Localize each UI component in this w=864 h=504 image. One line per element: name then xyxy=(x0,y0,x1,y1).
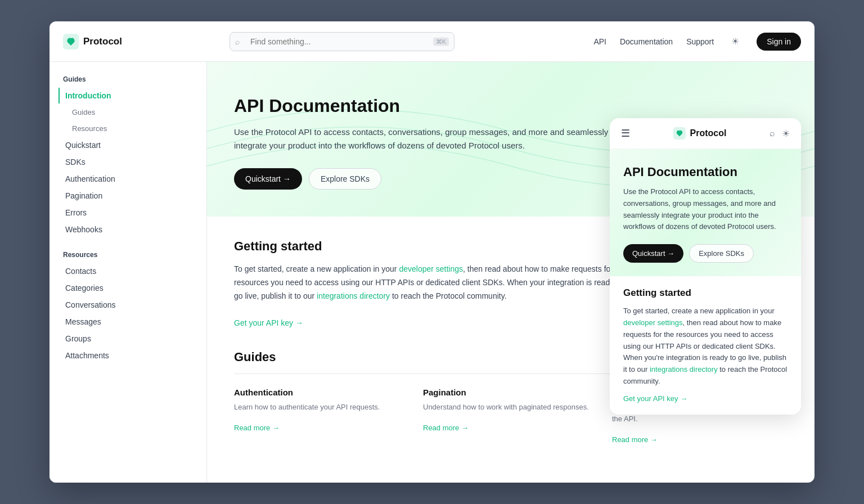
search-kbd: ⌘K xyxy=(433,37,449,46)
sidebar-item-guides[interactable]: Guides xyxy=(58,105,197,120)
sidebar-item-introduction[interactable]: Introduction xyxy=(58,88,197,104)
sidebar-guides-title: Guides xyxy=(58,75,197,83)
getting-started-text-end: to reach the Protocol community. xyxy=(390,291,507,300)
sidebar: Guides Introduction Guides Resources Qui… xyxy=(50,62,207,483)
search-container: ⌕ ⌘K xyxy=(230,32,454,51)
logo-area: Protocol xyxy=(63,34,220,50)
sidebar-item-errors[interactable]: Errors xyxy=(58,205,197,220)
sidebar-item-quickstart[interactable]: Quickstart xyxy=(58,137,197,153)
getting-started-text-before: To get started, create a new application… xyxy=(234,264,399,273)
mobile-header-icons: ⌕ ☀ xyxy=(770,128,790,139)
sidebar-item-messages[interactable]: Messages xyxy=(58,314,197,330)
search-icon: ⌕ xyxy=(235,37,240,46)
sidebar-item-contacts[interactable]: Contacts xyxy=(58,263,197,279)
mobile-getting-started-text: To get started, create a new application… xyxy=(623,305,788,388)
mobile-text-before: To get started, create a new application… xyxy=(623,307,775,315)
mobile-quickstart-button[interactable]: Quickstart → xyxy=(623,244,683,263)
mobile-app-name: Protocol xyxy=(690,128,727,138)
content-area: API Documentation Use the Protocol API t… xyxy=(207,62,814,483)
guide-card-pagination: Pagination Understand how to work with p… xyxy=(423,388,598,444)
sidebar-guides-section: Guides Introduction Guides Resources Qui… xyxy=(58,75,197,237)
mobile-api-key-link[interactable]: Get your API key → xyxy=(623,394,687,403)
sidebar-resources-section: Resources Contacts Categories Conversati… xyxy=(58,251,197,363)
sidebar-item-groups[interactable]: Groups xyxy=(58,331,197,346)
sidebar-item-conversations[interactable]: Conversations xyxy=(58,297,197,313)
guide-pagination-read-more[interactable]: Read more → xyxy=(423,424,469,432)
guide-card-authentication: Authentication Learn how to authenticate… xyxy=(234,388,410,444)
guide-authentication-desc: Learn how to authenticate your API reque… xyxy=(234,402,410,413)
search-input[interactable] xyxy=(230,32,454,51)
guide-errors-read-more[interactable]: Read more → xyxy=(612,435,658,444)
sign-in-button[interactable]: Sign in xyxy=(757,33,801,51)
guide-pagination-title: Pagination xyxy=(423,388,598,397)
mobile-logo-icon xyxy=(673,127,686,140)
protocol-logo-icon xyxy=(63,34,79,50)
app-name: Protocol xyxy=(83,36,122,47)
sidebar-item-categories[interactable]: Categories xyxy=(58,280,197,296)
mobile-logo-area: Protocol xyxy=(673,127,727,140)
mobile-hero-desc: Use the Protocol API to access contacts,… xyxy=(623,186,788,233)
mobile-preview-body: API Documentation Use the Protocol API t… xyxy=(610,149,801,276)
guide-pagination-desc: Understand how to work with paginated re… xyxy=(423,402,598,413)
mobile-search-icon[interactable]: ⌕ xyxy=(770,128,775,139)
hero-description: Use the Protocol API to access contacts,… xyxy=(234,125,628,152)
mobile-getting-started-title: Getting started xyxy=(623,287,788,299)
sidebar-item-webhooks[interactable]: Webhooks xyxy=(58,222,197,237)
mobile-theme-icon[interactable]: ☀ xyxy=(782,128,790,139)
hamburger-icon[interactable]: ☰ xyxy=(621,127,630,140)
hero-title: API Documentation xyxy=(234,96,788,116)
mobile-dev-settings-link[interactable]: developer settings xyxy=(623,318,683,327)
main-layout: Guides Introduction Guides Resources Qui… xyxy=(50,62,814,483)
guide-authentication-read-more[interactable]: Read more → xyxy=(234,424,280,432)
app-window: Protocol ⌕ ⌘K API Documentation Support … xyxy=(50,21,814,483)
nav-api[interactable]: API xyxy=(593,37,606,46)
mobile-integrations-link[interactable]: integrations directory xyxy=(650,365,718,374)
theme-toggle-icon[interactable]: ☀ xyxy=(727,34,743,50)
nav-support[interactable]: Support xyxy=(686,37,714,46)
getting-started-text: To get started, create a new application… xyxy=(234,263,628,303)
top-nav: Protocol ⌕ ⌘K API Documentation Support … xyxy=(50,21,814,62)
integrations-directory-link[interactable]: integrations directory xyxy=(317,291,390,300)
explore-sdks-button[interactable]: Explore SDKs xyxy=(309,168,381,190)
sidebar-item-attachments[interactable]: Attachments xyxy=(58,348,197,363)
developer-settings-link[interactable]: developer settings xyxy=(399,264,463,273)
api-key-link[interactable]: Get your API key → xyxy=(234,318,303,327)
nav-links: API Documentation Support ☀ Sign in xyxy=(593,33,801,51)
mobile-preview-panel: ☰ Protocol ⌕ ☀ API Documentation xyxy=(610,118,801,415)
sidebar-item-resources[interactable]: Resources xyxy=(58,121,197,136)
mobile-hero-title: API Documentation xyxy=(623,165,788,179)
sidebar-resources-title: Resources xyxy=(58,251,197,259)
mobile-explore-button[interactable]: Explore SDKs xyxy=(689,244,754,263)
mobile-content-body: Getting started To get started, create a… xyxy=(610,276,801,415)
sidebar-item-pagination[interactable]: Pagination xyxy=(58,188,197,204)
guide-authentication-title: Authentication xyxy=(234,388,410,397)
sidebar-item-sdks[interactable]: SDKs xyxy=(58,154,197,170)
mobile-hero-buttons: Quickstart → Explore SDKs xyxy=(623,244,788,263)
quickstart-button[interactable]: Quickstart → xyxy=(234,168,302,190)
mobile-preview-header: ☰ Protocol ⌕ ☀ xyxy=(610,118,801,149)
nav-documentation[interactable]: Documentation xyxy=(620,37,673,46)
sidebar-item-authentication[interactable]: Authentication xyxy=(58,171,197,187)
